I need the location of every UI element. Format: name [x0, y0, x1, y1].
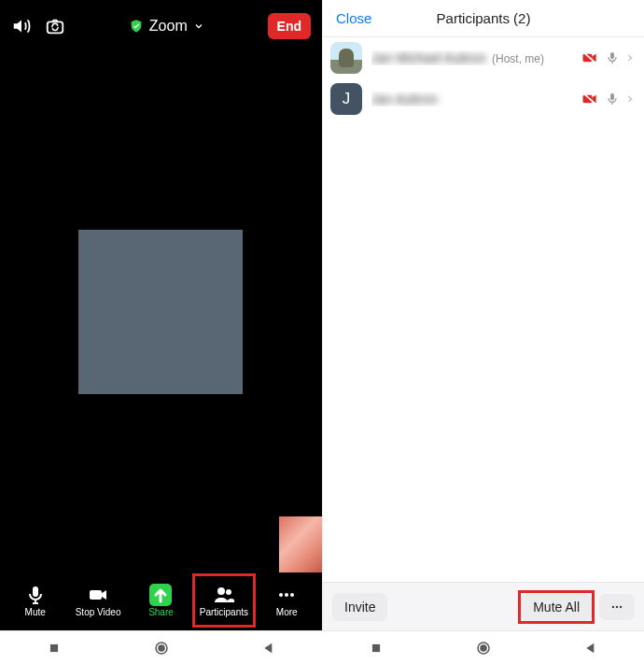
nav-back-button[interactable]: [572, 641, 609, 656]
nav-home-button[interactable]: [143, 640, 180, 657]
triangle-left-icon: [261, 641, 276, 656]
svg-point-12: [612, 605, 614, 607]
more-icon: [609, 600, 625, 614]
nav-home-button[interactable]: [465, 640, 502, 657]
share-label: Share: [148, 608, 174, 617]
circle-icon: [475, 640, 492, 657]
zoom-bottom-toolbar: Mute Stop Video Share Participants More: [0, 572, 322, 630]
svg-point-17: [158, 644, 165, 652]
mute-all-button[interactable]: Mute All: [521, 593, 592, 621]
zoom-top-bar: Zoom End: [0, 0, 322, 52]
svg-point-7: [290, 593, 294, 597]
participant-status-icons: [581, 49, 635, 67]
speaker-icon[interactable]: [11, 16, 32, 36]
zoom-title-button[interactable]: Zoom: [78, 18, 255, 35]
chevron-right-icon: [625, 92, 635, 106]
svg-point-13: [616, 605, 618, 607]
zoom-video-area: [0, 52, 322, 572]
svg-point-20: [480, 644, 487, 652]
invite-button[interactable]: Invite: [332, 593, 387, 621]
mute-label: Mute: [25, 608, 46, 617]
participants-panel: Close Participants (2) Jan Michael Aubro…: [322, 0, 644, 630]
avatar: J: [330, 83, 362, 115]
participant-name-area: Jan Aubron: [371, 92, 571, 106]
participant-row[interactable]: J Jan Aubron: [323, 78, 644, 120]
participant-meta: (Host, me): [492, 52, 544, 65]
nav-back-button[interactable]: [250, 641, 287, 656]
svg-point-3: [217, 587, 225, 595]
close-button[interactable]: Close: [336, 10, 371, 26]
participants-list: Jan Michael Aubron (Host, me) J Jan Aubr…: [323, 37, 644, 582]
more-button[interactable]: More: [257, 574, 316, 627]
participants-footer: Invite Mute All: [323, 582, 644, 630]
self-video-pip[interactable]: [279, 516, 322, 572]
participant-row[interactable]: Jan Michael Aubron (Host, me): [323, 37, 644, 78]
chevron-down-icon: [193, 21, 204, 32]
svg-point-6: [285, 593, 288, 597]
mute-button[interactable]: Mute: [6, 574, 65, 627]
participants-label: Participants: [200, 608, 248, 617]
shield-check-icon: [129, 19, 144, 34]
svg-rect-11: [610, 93, 614, 100]
stop-video-button[interactable]: Stop Video: [68, 574, 128, 627]
svg-rect-15: [49, 643, 57, 651]
switch-camera-icon[interactable]: [45, 16, 65, 36]
main-video-tile[interactable]: [78, 230, 243, 394]
mic-muted-icon: [605, 49, 620, 67]
mute-all-label: Mute All: [533, 600, 580, 615]
share-button[interactable]: Share: [131, 574, 190, 627]
more-label: More: [276, 608, 298, 617]
participant-name: Jan Aubron: [371, 92, 438, 106]
participant-name: Jan Michael Aubron: [371, 50, 486, 65]
svg-rect-2: [90, 590, 102, 600]
stop-video-label: Stop Video: [76, 608, 121, 617]
svg-rect-1: [33, 586, 38, 597]
svg-rect-18: [371, 643, 379, 651]
more-icon: [275, 584, 298, 606]
nav-recent-button[interactable]: [35, 642, 73, 655]
svg-point-4: [226, 589, 231, 595]
svg-rect-9: [610, 52, 614, 59]
microphone-icon: [24, 584, 47, 606]
svg-point-5: [279, 593, 283, 597]
mic-muted-icon: [605, 90, 620, 108]
participant-name-area: Jan Michael Aubron (Host, me): [371, 50, 571, 65]
avatar: [330, 42, 362, 74]
share-icon: [149, 584, 172, 606]
more-options-button[interactable]: [599, 594, 635, 620]
circle-icon: [153, 640, 170, 657]
nav-recent-button[interactable]: [357, 642, 395, 655]
participants-icon: [213, 584, 235, 606]
end-label: End: [277, 19, 301, 34]
svg-point-14: [620, 605, 622, 607]
video-off-icon: [581, 90, 599, 108]
video-off-icon: [581, 49, 599, 67]
triangle-left-icon: [583, 641, 598, 656]
square-icon: [48, 642, 61, 655]
invite-label: Invite: [344, 600, 375, 615]
chevron-right-icon: [625, 50, 635, 65]
square-icon: [370, 642, 383, 655]
android-nav-bar: [0, 630, 644, 664]
zoom-meeting-screen: Zoom End Mute Stop Video: [0, 0, 322, 630]
participant-status-icons: [581, 90, 635, 108]
participants-button[interactable]: Participants: [194, 574, 254, 627]
avatar-initial: J: [343, 90, 351, 108]
end-button[interactable]: End: [268, 13, 311, 39]
zoom-title-label: Zoom: [149, 18, 188, 35]
video-icon: [87, 584, 109, 606]
participants-header: Close Participants (2): [323, 0, 644, 37]
